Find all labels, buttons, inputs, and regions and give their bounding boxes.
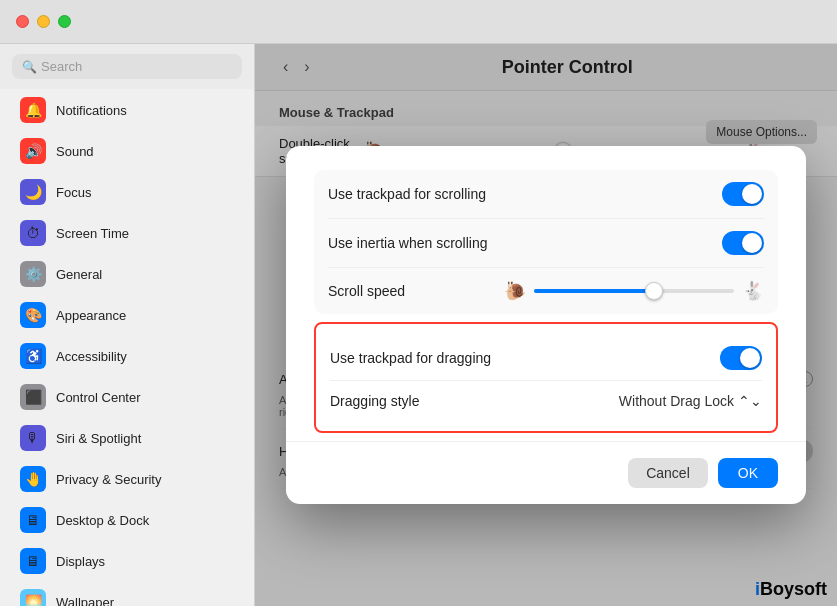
search-placeholder: Search xyxy=(41,59,82,74)
title-bar xyxy=(0,0,837,44)
dragging-style-chevron: ⌃⌄ xyxy=(738,393,762,409)
sidebar-item-general[interactable]: ⚙️ General xyxy=(6,254,248,294)
sidebar-item-notifications[interactable]: 🔔 Notifications xyxy=(6,90,248,130)
toggle-thumb-drag xyxy=(740,348,760,368)
use-inertia-scrolling-label: Use inertia when scrolling xyxy=(328,235,722,251)
use-inertia-scrolling-toggle[interactable] xyxy=(722,231,764,255)
ok-button[interactable]: OK xyxy=(718,458,778,488)
scroll-speed-slider-container: 🐌 🐇 xyxy=(504,280,764,302)
sidebar-icon-appearance: 🎨 xyxy=(20,302,46,328)
dragging-style-value: Without Drag Lock xyxy=(619,393,734,409)
toggle-thumb-inertia xyxy=(742,233,762,253)
main-layout: 🔍 Search 🔔 Notifications 🔊 Sound 🌙 Focus… xyxy=(0,44,837,606)
sidebar-label-appearance: Appearance xyxy=(56,308,126,323)
dragging-style-label: Dragging style xyxy=(330,393,619,409)
use-trackpad-dragging-label: Use trackpad for dragging xyxy=(330,350,720,366)
use-trackpad-dragging-section: Use trackpad for dragging Dragging style… xyxy=(314,322,778,433)
sidebar-label-focus: Focus xyxy=(56,185,91,200)
use-trackpad-scrolling-label: Use trackpad for scrolling xyxy=(328,186,722,202)
sidebar-icon-screen-time: ⏱ xyxy=(20,220,46,246)
dragging-style-select[interactable]: Without Drag Lock ⌃⌄ xyxy=(619,393,762,409)
sidebar-item-accessibility[interactable]: ♿ Accessibility xyxy=(6,336,248,376)
scroll-speed-label: Scroll speed xyxy=(328,283,504,299)
scroll-speed-row: Scroll speed 🐌 🐇 xyxy=(328,268,764,314)
sidebar-item-displays[interactable]: 🖥 Displays xyxy=(6,541,248,581)
sidebar-item-focus[interactable]: 🌙 Focus xyxy=(6,172,248,212)
sidebar-label-notifications: Notifications xyxy=(56,103,127,118)
toggle-thumb-scroll xyxy=(742,184,762,204)
sidebar-icon-wallpaper: 🌅 xyxy=(20,589,46,606)
minimize-button[interactable] xyxy=(37,15,50,28)
sidebar-item-control-center[interactable]: ⬛ Control Center xyxy=(6,377,248,417)
sidebar-items-list: 🔔 Notifications 🔊 Sound 🌙 Focus ⏱ Screen… xyxy=(0,89,254,606)
sidebar-icon-control-center: ⬛ xyxy=(20,384,46,410)
scroll-slow-icon: 🐌 xyxy=(504,280,526,302)
dialog-content: Use trackpad for scrolling Use inertia w… xyxy=(286,146,806,433)
sidebar-icon-desktop: 🖥 xyxy=(20,507,46,533)
use-trackpad-dragging-row: Use trackpad for dragging xyxy=(330,334,762,381)
sidebar-label-displays: Displays xyxy=(56,554,105,569)
traffic-lights xyxy=(16,15,71,28)
use-trackpad-dragging-toggle[interactable] xyxy=(720,346,762,370)
sidebar-icon-sound: 🔊 xyxy=(20,138,46,164)
dragging-style-row: Dragging style Without Drag Lock ⌃⌄ xyxy=(330,381,762,421)
sidebar-label-privacy: Privacy & Security xyxy=(56,472,161,487)
scroll-fast-icon: 🐇 xyxy=(742,280,764,302)
search-bar: 🔍 Search xyxy=(0,44,254,89)
dialog-footer: Cancel OK xyxy=(286,441,806,504)
sidebar-item-screen-time[interactable]: ⏱ Screen Time xyxy=(6,213,248,253)
sidebar-label-screen-time: Screen Time xyxy=(56,226,129,241)
search-container[interactable]: 🔍 Search xyxy=(12,54,242,79)
sidebar-label-general: General xyxy=(56,267,102,282)
sidebar-label-wallpaper: Wallpaper xyxy=(56,595,114,607)
scroll-speed-slider-track[interactable] xyxy=(534,289,734,293)
sidebar-item-desktop[interactable]: 🖥 Desktop & Dock xyxy=(6,500,248,540)
sidebar-label-accessibility: Accessibility xyxy=(56,349,127,364)
sidebar: 🔍 Search 🔔 Notifications 🔊 Sound 🌙 Focus… xyxy=(0,44,255,606)
search-icon: 🔍 xyxy=(22,60,37,74)
scroll-slider-thumb[interactable] xyxy=(645,282,663,300)
sidebar-item-appearance[interactable]: 🎨 Appearance xyxy=(6,295,248,335)
use-trackpad-scrolling-row: Use trackpad for scrolling xyxy=(328,170,764,219)
sidebar-item-wallpaper[interactable]: 🌅 Wallpaper xyxy=(6,582,248,606)
use-inertia-scrolling-row: Use inertia when scrolling xyxy=(328,219,764,268)
scroll-slider-fill xyxy=(534,289,654,293)
sidebar-icon-accessibility: ♿ xyxy=(20,343,46,369)
dialog-section: Use trackpad for scrolling Use inertia w… xyxy=(314,170,778,314)
use-trackpad-scrolling-toggle[interactable] xyxy=(722,182,764,206)
sidebar-icon-notifications: 🔔 xyxy=(20,97,46,123)
dialog: Use trackpad for scrolling Use inertia w… xyxy=(286,146,806,504)
sidebar-label-desktop: Desktop & Dock xyxy=(56,513,149,528)
sidebar-item-sound[interactable]: 🔊 Sound xyxy=(6,131,248,171)
sidebar-icon-focus: 🌙 xyxy=(20,179,46,205)
sidebar-label-siri: Siri & Spotlight xyxy=(56,431,141,446)
close-button[interactable] xyxy=(16,15,29,28)
sidebar-icon-general: ⚙️ xyxy=(20,261,46,287)
sidebar-item-privacy[interactable]: 🤚 Privacy & Security xyxy=(6,459,248,499)
sidebar-icon-displays: 🖥 xyxy=(20,548,46,574)
sidebar-label-control-center: Control Center xyxy=(56,390,141,405)
sidebar-icon-privacy: 🤚 xyxy=(20,466,46,492)
sidebar-label-sound: Sound xyxy=(56,144,94,159)
content-area: ‹ › Pointer Control Mouse & Trackpad Dou… xyxy=(255,44,837,606)
sidebar-item-siri[interactable]: 🎙 Siri & Spotlight xyxy=(6,418,248,458)
sidebar-icon-siri: 🎙 xyxy=(20,425,46,451)
maximize-button[interactable] xyxy=(58,15,71,28)
modal-overlay: Use trackpad for scrolling Use inertia w… xyxy=(255,44,837,606)
cancel-button[interactable]: Cancel xyxy=(628,458,708,488)
